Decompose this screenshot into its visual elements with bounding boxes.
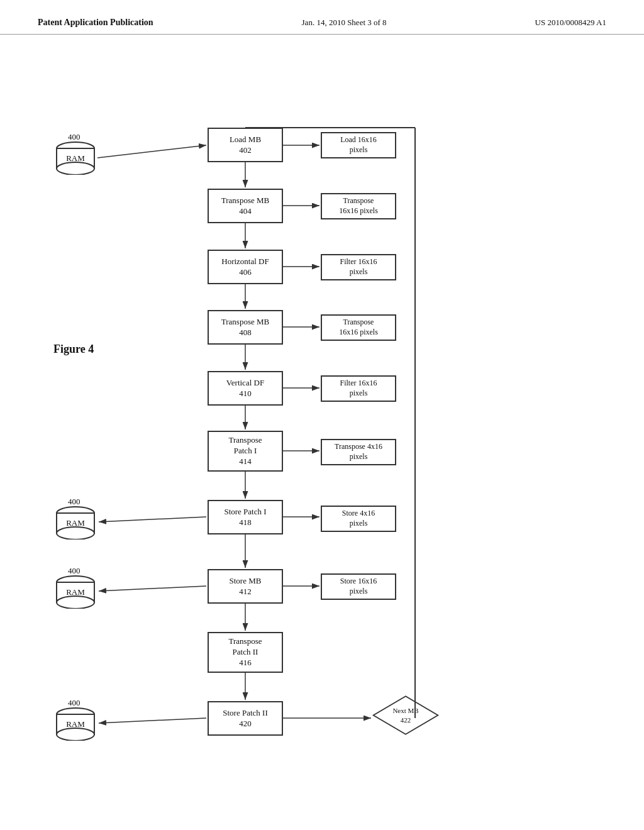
svg-marker-24 <box>374 696 438 734</box>
store-mb-412-label: Store MB412 <box>230 576 262 597</box>
svg-text:Next MB: Next MB <box>392 707 418 714</box>
svg-text:422: 422 <box>401 716 411 724</box>
ram-top: RAM <box>53 140 97 175</box>
transpose-patch-416-label: TransposePatch II416 <box>229 636 262 668</box>
svg-text:RAM: RAM <box>66 719 85 729</box>
header-date-sheet: Jan. 14, 2010 Sheet 3 of 8 <box>302 18 387 28</box>
side-filter-16x16-1: Filter 16x16pixels <box>321 254 396 280</box>
store-patch-418-label: Store Patch I418 <box>224 507 266 528</box>
transpose-mb-404-box: Transpose MB404 <box>208 189 283 223</box>
svg-point-22 <box>57 728 94 741</box>
ram-412: RAM <box>53 574 97 609</box>
store-patch-420-label: Store Patch II420 <box>223 708 267 729</box>
diamond-next-mb: Next MB 422 <box>371 694 440 738</box>
side-filter-16x16-2: Filter 16x16pixels <box>321 375 396 402</box>
horizontal-df-label: Horizontal DF406 <box>221 257 269 278</box>
side-store-4x16: Store 4x16pixels <box>321 506 396 532</box>
svg-line-49 <box>99 586 206 591</box>
vertical-df-label: Vertical DF410 <box>226 378 264 399</box>
side-store-16x16-label: Store 16x16pixels <box>340 577 377 596</box>
transpose-mb-404-label: Transpose MB404 <box>221 196 269 217</box>
load-mb-box: Load MB402 <box>208 128 283 162</box>
svg-text:RAM: RAM <box>66 153 85 163</box>
svg-point-4 <box>57 162 94 175</box>
side-filter-16x16-1-label: Filter 16x16pixels <box>340 257 377 277</box>
header-patent-number: US 2010/0008429 A1 <box>535 18 606 28</box>
svg-text:RAM: RAM <box>66 518 85 528</box>
transpose-patch-416-box: TransposePatch II416 <box>208 632 283 673</box>
side-store-16x16: Store 16x16pixels <box>321 573 396 600</box>
store-mb-412-box: Store MB412 <box>208 569 283 604</box>
side-load-16x16: Load 16x16pixels <box>321 132 396 158</box>
svg-point-10 <box>57 527 94 540</box>
vertical-df-box: Vertical DF410 <box>208 371 283 406</box>
transpose-patch-414-box: TransposePatch I414 <box>208 431 283 472</box>
horizontal-df-box: Horizontal DF406 <box>208 250 283 284</box>
side-transpose-16x16-2-label: Transpose16x16 pixels <box>339 318 378 337</box>
load-mb-label: Load MB402 <box>230 135 261 156</box>
transpose-mb-408-label: Transpose MB408 <box>221 317 269 338</box>
side-transpose-4x16-label: Transpose 4x16pixels <box>335 442 382 462</box>
page-header: Patent Application Publication Jan. 14, … <box>0 0 644 35</box>
ram-420: RAM <box>53 706 97 741</box>
side-transpose-16x16-2: Transpose16x16 pixels <box>321 314 396 341</box>
side-load-16x16-label: Load 16x16pixels <box>340 135 377 155</box>
figure-label: Figure 4 <box>53 343 94 356</box>
side-transpose-16x16-1: Transpose16x16 pixels <box>321 193 396 219</box>
transpose-patch-414-label: TransposePatch I414 <box>229 435 262 467</box>
store-patch-418-box: Store Patch I418 <box>208 500 283 534</box>
svg-point-16 <box>57 596 94 609</box>
side-filter-16x16-2-label: Filter 16x16pixels <box>340 379 377 398</box>
side-store-4x16-label: Store 4x16pixels <box>342 509 375 528</box>
svg-line-30 <box>97 145 206 158</box>
diagram-area: Figure 4 400 RAM Load MB402 Transpose MB… <box>0 35 644 808</box>
ram-418: RAM <box>53 505 97 540</box>
store-patch-420-box: Store Patch II420 <box>208 701 283 736</box>
side-transpose-4x16: Transpose 4x16pixels <box>321 439 396 465</box>
svg-line-48 <box>99 517 206 522</box>
transpose-mb-408-box: Transpose MB408 <box>208 310 283 345</box>
svg-line-50 <box>99 718 206 723</box>
svg-text:RAM: RAM <box>66 587 85 597</box>
header-publication: Patent Application Publication <box>38 18 153 28</box>
side-transpose-16x16-1-label: Transpose16x16 pixels <box>339 196 378 216</box>
